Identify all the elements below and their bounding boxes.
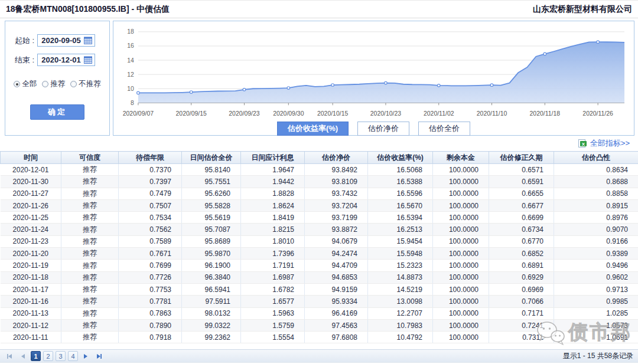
svg-text:2020/09/15: 2020/09/15 bbox=[176, 110, 207, 117]
column-header[interactable]: 剩余本金 bbox=[433, 152, 489, 164]
column-header[interactable]: 日间估价全价 bbox=[182, 152, 241, 164]
radio-option[interactable]: 推荐 bbox=[42, 79, 65, 89]
cell-value: 1.6577 bbox=[241, 296, 305, 307]
table-row[interactable]: 2020-12-01推荐0.737095.81401.964793.849216… bbox=[1, 164, 638, 176]
page-button[interactable]: 4 bbox=[68, 351, 78, 361]
yield-line-chart: 810121416182020/09/072020/09/152020/09/2… bbox=[117, 26, 630, 119]
cell-value: 0.8634 bbox=[554, 164, 638, 176]
last-page-button[interactable] bbox=[93, 351, 104, 361]
cell-value: 15.5948 bbox=[368, 248, 433, 260]
table-row[interactable]: 2020-11-16推荐0.778197.59111.657795.933413… bbox=[1, 296, 638, 307]
excel-export-icon[interactable]: X bbox=[578, 139, 587, 147]
radio-option[interactable]: 全部 bbox=[14, 79, 37, 89]
cell-value: 0.9602 bbox=[554, 271, 638, 283]
cell-value: 100.0000 bbox=[433, 260, 489, 271]
cell-value: 0.7534 bbox=[119, 212, 182, 224]
table-row[interactable]: 2020-11-27推荐0.747995.62601.882893.743216… bbox=[1, 188, 638, 199]
confirm-button[interactable]: 确定 bbox=[30, 104, 84, 120]
cell-value: 1.5963 bbox=[241, 307, 305, 319]
cell-date: 2020-11-20 bbox=[1, 248, 61, 260]
cell-date: 2020-11-26 bbox=[1, 199, 61, 211]
start-date-input[interactable]: 2020-09-05 bbox=[37, 34, 95, 47]
indicators-row: X 全部指标>> bbox=[0, 136, 638, 151]
table-row[interactable]: 2020-11-25推荐0.753495.56191.841993.719916… bbox=[1, 212, 638, 224]
start-date-row: 起始 : 2020-09-05 bbox=[15, 34, 109, 47]
end-date-input[interactable]: 2020-12-01 bbox=[37, 54, 95, 66]
cell-value: 0.7890 bbox=[119, 319, 182, 331]
cell-value: 0.7589 bbox=[119, 235, 182, 247]
cell-value: 97.6808 bbox=[305, 332, 368, 343]
cell-value: 1.9442 bbox=[241, 176, 305, 188]
chart-tab[interactable]: 估价收益率(%) bbox=[277, 122, 349, 136]
cell-value: 94.0679 bbox=[305, 235, 368, 247]
cell-value: 0.7726 bbox=[119, 271, 182, 283]
cell-value: 1.6782 bbox=[241, 283, 305, 295]
cell-date: 2020-11-12 bbox=[1, 319, 61, 331]
column-header[interactable]: 估价净价 bbox=[305, 152, 368, 164]
column-header[interactable]: 估价凸性 bbox=[554, 152, 638, 164]
chart-tab[interactable]: 估价全价 bbox=[418, 122, 470, 136]
svg-text:2020/09/07: 2020/09/07 bbox=[123, 110, 154, 117]
filter-panel: 起始 : 2020-09-05 结束 : 2020-12-01 全部推荐不推荐 … bbox=[5, 21, 110, 136]
cell-value: 0.9070 bbox=[554, 224, 638, 235]
cell-value: 100.0000 bbox=[433, 332, 489, 343]
next-page-button[interactable] bbox=[80, 351, 91, 361]
cell-value: 16.5394 bbox=[368, 212, 433, 224]
table-row[interactable]: 2020-11-11推荐0.791899.23621.555497.680810… bbox=[1, 332, 638, 343]
table-row[interactable]: 2020-11-24推荐0.756295.70871.821593.887216… bbox=[1, 224, 638, 235]
table-row[interactable]: 2020-11-26推荐0.750795.58281.862493.720416… bbox=[1, 199, 638, 211]
cell-date: 2020-11-11 bbox=[1, 332, 61, 343]
cell-value: 1.0573 bbox=[554, 319, 638, 331]
cell-value: 0.7562 bbox=[119, 224, 182, 235]
cell-date: 2020-11-18 bbox=[1, 271, 61, 283]
page-button[interactable]: 1 bbox=[31, 351, 41, 361]
cell-value: 0.7753 bbox=[119, 283, 182, 295]
table-row[interactable]: 2020-11-17推荐0.775396.59411.678294.915914… bbox=[1, 283, 638, 295]
cell-credibility: 推荐 bbox=[61, 164, 119, 176]
table-row[interactable]: 2020-11-20推荐0.767195.98701.739694.247415… bbox=[1, 248, 638, 260]
column-header[interactable]: 估价收益率(%) bbox=[368, 152, 433, 164]
radio-icon[interactable] bbox=[70, 81, 77, 87]
chart-tab[interactable]: 估价净价 bbox=[357, 122, 409, 136]
column-header[interactable]: 估价修正久期 bbox=[489, 152, 554, 164]
calendar-icon[interactable] bbox=[84, 56, 92, 64]
cell-value: 0.7863 bbox=[119, 307, 182, 319]
table-row[interactable]: 2020-11-18推荐0.772696.38401.698794.685314… bbox=[1, 271, 638, 283]
cell-value: 0.7397 bbox=[119, 176, 182, 188]
end-date-row: 结束 : 2020-12-01 bbox=[15, 54, 109, 66]
page-button[interactable]: 3 bbox=[56, 351, 66, 361]
cell-value: 0.9496 bbox=[554, 260, 638, 271]
svg-text:2020/11/02: 2020/11/02 bbox=[424, 110, 454, 117]
radio-icon[interactable] bbox=[42, 81, 48, 87]
cell-value: 97.4563 bbox=[305, 319, 368, 331]
prev-page-button[interactable] bbox=[18, 351, 28, 361]
cell-credibility: 推荐 bbox=[61, 260, 119, 271]
table-row[interactable]: 2020-11-30推荐0.739795.75511.944293.810916… bbox=[1, 176, 638, 188]
cell-credibility: 推荐 bbox=[61, 332, 119, 343]
cell-date: 2020-11-17 bbox=[1, 283, 61, 295]
column-header[interactable]: 日间应计利息 bbox=[241, 152, 305, 164]
cell-value: 0.7699 bbox=[119, 260, 182, 271]
valuation-table: 时间可信度待偿年限日间估价全价日间应计利息估价净价估价收益率(%)剩余本金估价修… bbox=[0, 151, 638, 343]
cell-value: 100.0000 bbox=[433, 296, 489, 307]
cell-value: 98.0132 bbox=[182, 307, 241, 319]
all-indicators-link[interactable]: 全部指标>> bbox=[590, 138, 630, 149]
radio-icon[interactable] bbox=[14, 81, 20, 87]
table-row[interactable]: 2020-11-23推荐0.758995.86891.801094.067915… bbox=[1, 235, 638, 247]
table-row[interactable]: 2020-11-19推荐0.769996.19001.719194.470915… bbox=[1, 260, 638, 271]
cell-value: 100.0000 bbox=[433, 212, 489, 224]
svg-text:X: X bbox=[582, 142, 585, 147]
first-page-button[interactable] bbox=[5, 351, 15, 361]
start-date-label: 起始 : bbox=[15, 35, 34, 46]
cell-date: 2020-11-19 bbox=[1, 260, 61, 271]
column-header[interactable]: 时间 bbox=[1, 152, 61, 164]
page-button[interactable]: 2 bbox=[43, 351, 53, 361]
table-row[interactable]: 2020-11-12推荐0.789099.03221.575997.456310… bbox=[1, 319, 638, 331]
column-header[interactable]: 可信度 bbox=[61, 152, 119, 164]
radio-option[interactable]: 不推荐 bbox=[70, 79, 101, 89]
cell-date: 2020-11-13 bbox=[1, 307, 61, 319]
table-row[interactable]: 2020-11-13推荐0.786398.01321.596396.416912… bbox=[1, 307, 638, 319]
cell-value: 15.2323 bbox=[368, 260, 433, 271]
calendar-icon[interactable] bbox=[84, 37, 92, 44]
column-header[interactable]: 待偿年限 bbox=[119, 152, 182, 164]
